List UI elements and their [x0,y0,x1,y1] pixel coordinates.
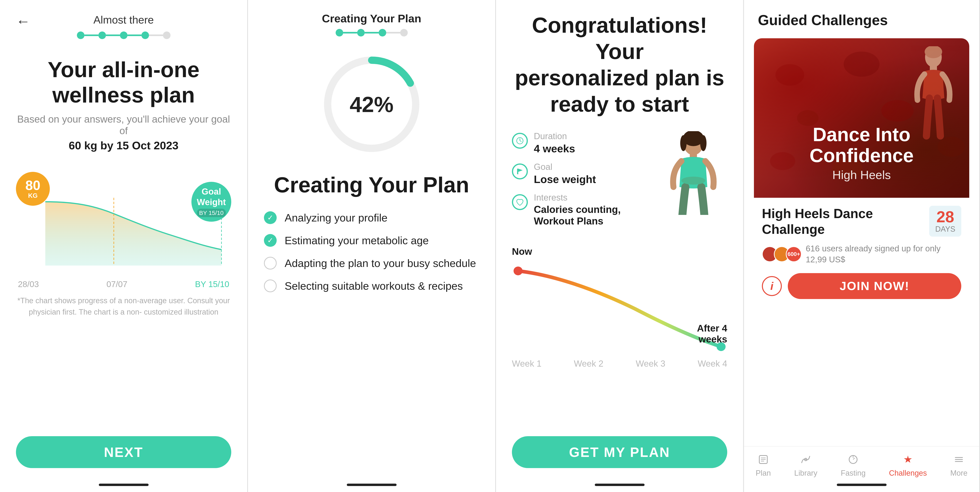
interests-row: Interests Calories counting,Workout Plan… [512,193,727,227]
nav-library[interactable]: Library [794,452,817,478]
svg-line-34 [853,458,855,460]
goal-weight-bubble: GoalWeight BY 15/10 [191,182,231,222]
step-3-icon [264,257,277,270]
users-row: 600+ 616 users already signed up for onl… [762,243,961,265]
progress-circle: 42% [320,53,423,156]
date-start: 28/03 [18,280,39,289]
svg-line-12 [520,141,522,142]
goal-weight-label: GoalWeight [197,186,226,208]
progress-indicator [77,32,170,39]
nav-fasting[interactable]: Fasting [841,452,865,478]
days-badge: 28 DAYS [929,206,961,236]
date-mid: 07/07 [107,280,127,289]
progress-percentage: 42% [350,92,393,117]
library-icon [799,452,813,466]
nav-plan[interactable]: Plan [756,452,771,478]
screen-congratulations: Congratulations! Yourpersonalized plan i… [496,0,744,492]
users-count-text: 616 users already signed up for only 12,… [806,243,961,265]
svg-point-16 [775,64,804,86]
progress-dot-4 [142,32,149,39]
s2-line-3 [386,32,400,34]
svg-rect-13 [517,169,518,174]
step-4-icon [264,280,277,292]
screen-wellness-plan: ← Almost there Your all-in-onewellness p… [0,0,248,492]
screen1-header: ← Almost there [16,12,231,41]
step-4: Selecting suitable workouts & recipes [264,280,479,292]
progress-line-2 [106,35,120,36]
current-weight-bubble: 80 KG [16,172,50,206]
week-4-label: Week 4 [698,359,727,369]
challenge-name: High Heels DanceChallenge [762,206,873,237]
plan-details: Duration 4 weeks Goal Lose weight Intere… [512,131,727,234]
card-challenge-subtitle: High Heels [754,168,969,182]
goal-value: Lose weight [534,173,596,185]
duration-value: 4 weeks [534,142,575,155]
card-text-overlay: Dance IntoConfidence High Heels [754,124,969,182]
step-2-icon: ✓ [264,234,277,247]
s2-dot-3 [379,29,386,37]
card-image: Dance IntoConfidence High Heels [754,38,969,198]
nav-more[interactable]: More [950,452,968,478]
step-3: Adapting the plan to your busy schedule [264,257,479,270]
step-4-label: Selecting suitable workouts & recipes [285,280,463,292]
home-indicator-4 [837,484,886,486]
fasting-icon [846,452,860,466]
progress-dot-5 [163,32,170,39]
card-title-days-row: High Heels DanceChallenge 28 DAYS [762,206,961,237]
challenges-icon [901,452,915,466]
home-indicator-3 [595,484,644,486]
progress-dot-1 [77,32,84,39]
screen-creating-plan: Creating Your Plan 42% Creating Your Pla… [248,0,496,492]
graph-container: After 4weeks [512,259,727,355]
info-icon: i [770,280,773,292]
challenges-nav-label: Challenges [889,469,927,478]
duration-row: Duration 4 weeks [512,131,727,155]
week-1-label: Week 1 [512,359,541,369]
chart-svg [16,162,231,278]
back-button[interactable]: ← [16,14,30,28]
nav-challenges[interactable]: Challenges [889,452,927,478]
get-my-plan-button[interactable]: GET MY PLAN [512,436,727,468]
days-number: 28 [935,209,955,225]
user-avatar-count: 600+ [786,246,802,262]
progress-line-1 [84,35,99,36]
plan-nav-label: Plan [756,469,771,478]
goal-label: Goal [534,162,596,172]
weight-unit: KG [28,192,38,200]
card-info-section: High Heels DanceChallenge 28 DAYS 600+ [754,198,969,305]
info-button[interactable]: i [762,276,782,296]
plan-icon [756,452,770,466]
disclaimer-text: *The chart shows progress of a non-avera… [16,295,231,318]
next-button[interactable]: NEXT [16,436,231,468]
interests-info: Interests Calories counting,Workout Plan… [534,193,620,227]
step-2-label: Estimating your metabolic age [285,234,429,247]
congrats-title: Congratulations! Yourpersonalized plan i… [512,12,727,117]
weight-chart: 80 KG GoalWeight BY 15/10 [16,162,231,278]
join-now-button[interactable]: JOIN NOW! [788,273,961,299]
s2-line-1 [343,32,357,34]
step-1-label: Analyzing your profile [285,211,387,224]
date-end: BY 15/10 [195,280,229,289]
fasting-nav-label: Fasting [841,469,865,478]
s2-dot-1 [336,29,343,37]
interests-label: Interests [534,193,620,203]
week-2-label: Week 2 [574,359,603,369]
s2-dot-4 [400,29,408,37]
svg-point-14 [514,267,522,275]
guided-challenges-header: Guided Challenges [754,12,969,28]
checkmark-icon: ✓ [267,214,273,222]
steps-list: ✓ Analyzing your profile ✓ Estimating yo… [264,211,479,292]
interests-value: Calories counting,Workout Plans [534,204,620,227]
week-labels: Week 1 Week 2 Week 3 Week 4 [512,359,727,369]
current-weight-value: 80 [25,179,40,192]
more-nav-label: More [950,469,968,478]
screen2-progress [336,29,408,37]
progress-dot-2 [99,32,106,39]
progress-dot-3 [120,32,127,39]
step-2: ✓ Estimating your metabolic age [264,234,479,247]
progress-graph: Now After 4weeks Week 1 Week 2 [512,246,727,369]
step-1-icon: ✓ [264,211,277,224]
home-indicator [99,484,149,486]
challenge-card: Dance IntoConfidence High Heels High Hee… [754,38,969,305]
svg-point-19 [797,110,818,126]
